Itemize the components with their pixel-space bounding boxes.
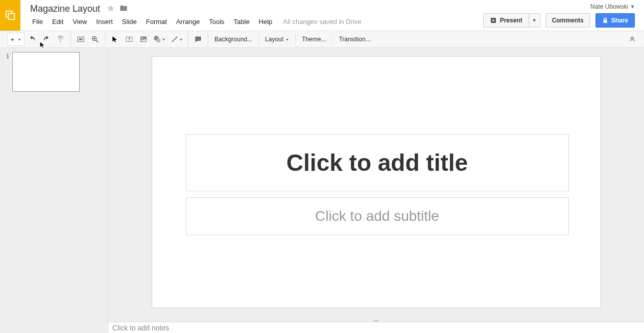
chevron-down-icon: ▼ (162, 38, 165, 41)
chevron-down-icon: ▼ (630, 4, 635, 9)
collapse-toolbar-button[interactable] (625, 35, 640, 44)
comment-button[interactable] (192, 33, 205, 46)
menu-format[interactable]: Format (141, 16, 172, 28)
play-icon (490, 17, 497, 23)
redo-button[interactable] (40, 33, 53, 46)
undo-icon (28, 35, 36, 43)
menu-edit[interactable]: Edit (47, 16, 68, 28)
toolbar: + ▼ T ▼ (0, 31, 644, 48)
chevron-down-icon: ▼ (285, 38, 289, 41)
canvas-area[interactable]: Click to add title Click to add subtitle (108, 48, 644, 319)
zoom-icon (91, 35, 99, 43)
chevron-up-double-icon (629, 35, 636, 42)
layout-label: Layout (265, 36, 283, 43)
transition-button[interactable]: Transition... (332, 33, 376, 46)
background-button[interactable]: Background... (208, 33, 259, 46)
new-slide-button[interactable]: + ▼ (7, 33, 25, 46)
menu-tools[interactable]: Tools (204, 16, 229, 28)
app-logo[interactable] (0, 0, 20, 31)
line-icon (171, 35, 179, 43)
fit-icon (77, 35, 85, 43)
zoom-fit-button[interactable] (74, 33, 87, 46)
star-icon[interactable] (107, 4, 115, 14)
slide-panel: 1 (0, 48, 108, 333)
shape-button[interactable]: ▼ (151, 33, 168, 46)
menu-table[interactable]: Table (229, 16, 254, 28)
slide-thumbnail[interactable] (12, 52, 80, 92)
svg-line-6 (96, 40, 98, 42)
subtitle-placeholder[interactable]: Click to add subtitle (186, 197, 569, 235)
svg-line-15 (172, 37, 178, 42)
image-icon (139, 35, 148, 43)
textbox-button[interactable]: T (123, 33, 136, 46)
speaker-notes[interactable]: Click to add notes (108, 322, 644, 333)
user-menu[interactable]: Nate Ubowski ▼ (590, 3, 635, 10)
slides-logo-icon (5, 10, 16, 21)
undo-button[interactable] (26, 33, 39, 46)
menu-file[interactable]: File (28, 16, 47, 28)
menu-slide[interactable]: Slide (117, 16, 141, 28)
theme-button[interactable]: Theme... (296, 33, 332, 46)
select-tool-button[interactable] (108, 33, 122, 46)
menu-insert[interactable]: Insert (91, 16, 117, 28)
paint-roller-icon (57, 35, 65, 43)
svg-rect-1 (8, 13, 14, 19)
user-name-label: Nate Ubowski (590, 3, 628, 10)
save-status: All changes saved in Drive (283, 18, 361, 25)
redo-icon (42, 35, 51, 43)
comments-label: Comments (552, 17, 584, 24)
present-dropdown-button[interactable]: ▼ (529, 13, 540, 28)
svg-rect-14 (157, 39, 160, 42)
paint-format-button[interactable] (54, 33, 67, 46)
share-label: Share (611, 17, 628, 24)
line-button[interactable]: ▼ (169, 33, 185, 46)
image-button[interactable] (137, 33, 150, 46)
plus-icon: + (11, 36, 15, 43)
slide-canvas[interactable]: Click to add title Click to add subtitle (152, 56, 601, 308)
menu-arrange[interactable]: Arrange (172, 16, 204, 28)
lock-icon (602, 17, 608, 23)
chevron-down-icon: ▼ (17, 38, 21, 41)
present-label: Present (500, 17, 522, 24)
comments-button[interactable]: Comments (545, 13, 590, 28)
share-button[interactable]: Share (595, 13, 635, 28)
layout-button[interactable]: Layout ▼ (259, 33, 296, 46)
slide-thumbnail-item[interactable]: 1 (4, 52, 104, 92)
slide-number: 1 (4, 52, 9, 92)
document-title[interactable]: Magazine Layout (28, 3, 103, 15)
shape-icon (153, 35, 161, 43)
zoom-button[interactable] (88, 33, 102, 46)
menu-help[interactable]: Help (254, 16, 277, 28)
svg-text:T: T (128, 37, 131, 42)
title-placeholder[interactable]: Click to add title (186, 134, 569, 191)
menu-view[interactable]: View (68, 16, 91, 28)
chevron-down-icon: ▼ (532, 18, 537, 23)
svg-point-12 (141, 38, 143, 39)
svg-rect-4 (79, 38, 83, 40)
comment-icon (194, 35, 202, 43)
folder-icon[interactable] (119, 4, 128, 14)
chevron-down-icon: ▼ (179, 38, 183, 41)
present-button[interactable]: Present (483, 13, 529, 28)
textbox-icon: T (125, 35, 133, 43)
cursor-icon (111, 36, 118, 43)
